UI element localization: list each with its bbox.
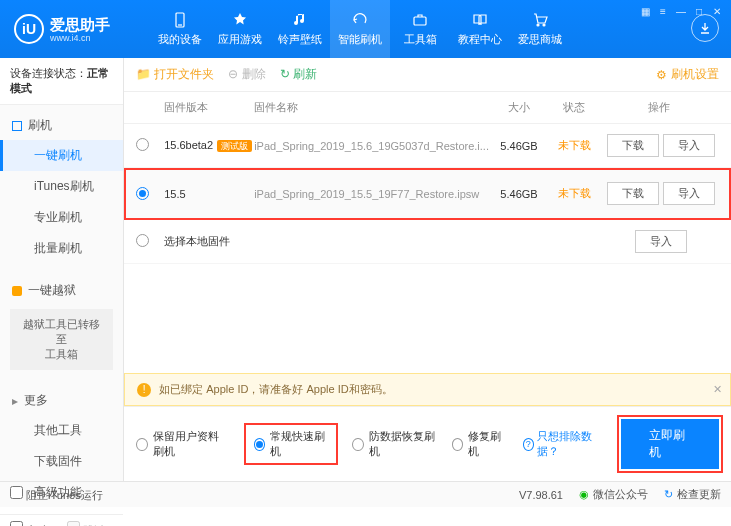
sidebar-item-itunes[interactable]: iTunes刷机 (0, 171, 123, 202)
menu-icon[interactable]: ≡ (655, 4, 671, 18)
flash-settings-button[interactable]: ⚙刷机设置 (656, 66, 719, 83)
radio-button[interactable] (136, 187, 149, 200)
nav-ringtone[interactable]: 铃声壁纸 (270, 0, 330, 58)
lock-icon (12, 286, 22, 296)
music-icon (291, 11, 309, 29)
auto-activate-check[interactable]: 自动激活 (10, 521, 57, 526)
import-button[interactable]: 导入 (663, 182, 715, 205)
apps-icon (231, 11, 249, 29)
download-button[interactable]: 下载 (607, 182, 659, 205)
firmware-row-selected[interactable]: 15.5 iPad_Spring_2019_15.5_19F77_Restore… (124, 168, 731, 220)
cart-icon (531, 11, 549, 29)
nav-toolbox[interactable]: 工具箱 (390, 0, 450, 58)
maximize-icon[interactable]: □ (691, 4, 707, 18)
svg-rect-2 (414, 17, 426, 25)
block-itunes-check[interactable]: 阻止iTunes运行 (10, 486, 103, 503)
table-header: 固件版本 固件名称 大小 状态 操作 (124, 92, 731, 124)
grid-icon[interactable]: ▦ (637, 4, 653, 18)
nav-store[interactable]: 爱思商城 (510, 0, 570, 58)
book-icon (471, 11, 489, 29)
sidebar-item-other[interactable]: 其他工具 (0, 415, 123, 446)
refresh-button[interactable]: ↻ 刷新 (280, 66, 317, 83)
skip-guide-check[interactable]: 跳过向导 (67, 521, 114, 526)
flash-icon (351, 11, 369, 29)
radio-button[interactable] (136, 438, 148, 451)
wechat-link[interactable]: ◉微信公众号 (579, 487, 648, 502)
download-button[interactable]: 下载 (607, 134, 659, 157)
help-icon: ? (523, 438, 535, 451)
nav-apps[interactable]: 应用游戏 (210, 0, 270, 58)
close-warning-icon[interactable]: ✕ (713, 383, 722, 396)
sidebar-item-pro[interactable]: 专业刷机 (0, 202, 123, 233)
delete-button[interactable]: ⊖ 删除 (228, 66, 265, 83)
square-icon (12, 121, 22, 131)
warning-icon: ! (137, 383, 151, 397)
radio-button[interactable] (136, 234, 149, 247)
jailbreak-info: 越狱工具已转移至 工具箱 (10, 309, 113, 370)
help-link[interactable]: ?只想排除数据？ (523, 429, 605, 459)
svg-point-4 (543, 24, 545, 26)
sidebar-head-flash[interactable]: 刷机 (0, 111, 123, 140)
open-folder-button[interactable]: 📁 打开文件夹 (136, 66, 214, 83)
nav-flash[interactable]: 智能刷机 (330, 0, 390, 58)
toolbox-icon (411, 11, 429, 29)
connection-status: 设备连接状态：正常模式 (0, 58, 123, 105)
download-button[interactable] (691, 14, 719, 42)
check-update-link[interactable]: ↻检查更新 (664, 487, 721, 502)
nav-device[interactable]: 我的设备 (150, 0, 210, 58)
mode-recover[interactable]: 防数据恢复刷机 (352, 429, 436, 459)
gear-icon: ⚙ (656, 68, 667, 82)
mode-normal[interactable]: 常规快速刷机 (246, 425, 336, 463)
sidebar-item-oneclick[interactable]: 一键刷机 (0, 140, 123, 171)
update-icon: ↻ (664, 488, 673, 501)
wechat-icon: ◉ (579, 488, 589, 501)
radio-button[interactable] (452, 438, 464, 451)
import-button[interactable]: 导入 (663, 134, 715, 157)
radio-button[interactable] (254, 438, 266, 451)
mode-repair[interactable]: 修复刷机 (452, 429, 507, 459)
local-firmware-row[interactable]: 选择本地固件 导入 (124, 220, 731, 264)
firmware-row[interactable]: 15.6beta2测试版 iPad_Spring_2019_15.6_19G50… (124, 124, 731, 168)
import-button[interactable]: 导入 (635, 230, 687, 253)
sidebar-head-jailbreak[interactable]: 一键越狱 (0, 276, 123, 305)
logo-icon: iU (14, 14, 44, 44)
radio-button[interactable] (136, 138, 149, 151)
app-logo: iU 爱思助手 www.i4.cn (0, 0, 150, 58)
svg-point-3 (537, 24, 539, 26)
version-label: V7.98.61 (519, 489, 563, 501)
warning-bar: ! 如已绑定 Apple ID，请准备好 Apple ID和密码。 ✕ (124, 373, 731, 406)
sidebar-head-more[interactable]: ▸更多 (0, 386, 123, 415)
sidebar-item-batch[interactable]: 批量刷机 (0, 233, 123, 264)
sidebar-item-dlfirmware[interactable]: 下载固件 (0, 446, 123, 477)
app-url: www.i4.cn (50, 33, 110, 43)
beta-badge: 测试版 (217, 140, 252, 152)
mode-keep[interactable]: 保留用户资料刷机 (136, 429, 230, 459)
close-icon[interactable]: ✕ (709, 4, 725, 18)
nav-tutorial[interactable]: 教程中心 (450, 0, 510, 58)
radio-button[interactable] (352, 438, 364, 451)
minimize-icon[interactable]: — (673, 4, 689, 18)
device-icon (171, 11, 189, 29)
flash-now-button[interactable]: 立即刷机 (621, 419, 719, 469)
